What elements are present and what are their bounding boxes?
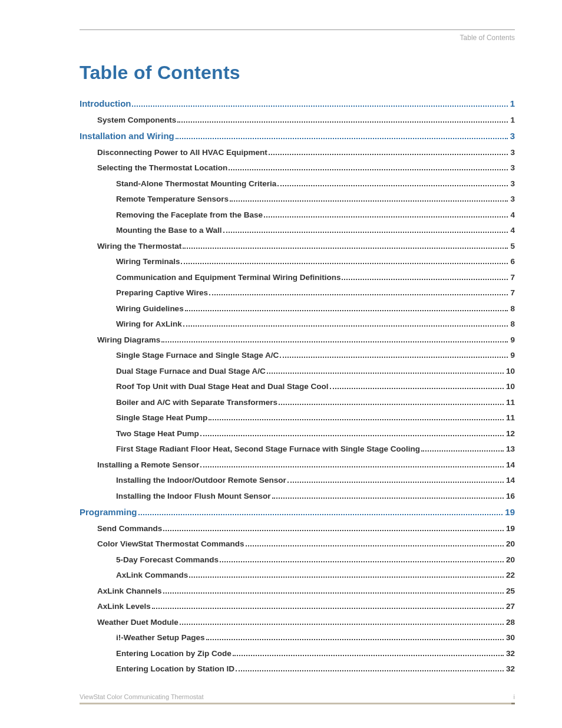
toc-entry[interactable]: Communication and Equipment Terminal Wir… [116, 274, 515, 282]
toc-leader [287, 482, 504, 483]
toc-entry-label: Communication and Equipment Terminal Wir… [116, 274, 340, 282]
toc-entry-label: Send Commands [97, 525, 162, 533]
toc-entry-label: Dual Stage Furnace and Dual Stage A/C [116, 367, 266, 375]
toc-entry-label: Installing the Indoor/Outdoor Remote Sen… [116, 476, 286, 485]
toc-entry-label: Installation and Wiring [80, 131, 174, 140]
toc-entry-page: 3 [510, 180, 515, 188]
toc-entry-label: Boiler and A/C with Separate Transformer… [116, 398, 277, 407]
toc-entry[interactable]: Wiring the Thermostat 5 [97, 242, 515, 251]
toc-entry[interactable]: Programming 19 [80, 508, 515, 517]
toc-leader [330, 388, 504, 389]
toc-entry-page: 12 [506, 430, 515, 438]
toc-leader [280, 357, 508, 358]
toc-entry-page: 8 [510, 305, 515, 313]
toc-entry-page: 25 [506, 587, 515, 595]
toc-entry-label: Single Stage Heat Pump [116, 414, 207, 422]
toc-entry-page: 4 [510, 211, 515, 219]
toc-entry[interactable]: System Components 1 [97, 116, 515, 124]
page-footer: ViewStat Color Communicating Thermostat … [80, 693, 515, 704]
toc-leader [161, 341, 508, 342]
toc-entry[interactable]: Introduction 1 [80, 99, 515, 108]
toc-entry-page: 11 [506, 414, 515, 422]
toc-entry[interactable]: 5-Day Forecast Commands 20 [116, 556, 515, 564]
toc-leader [183, 325, 508, 327]
toc-leader [421, 450, 504, 452]
toc-entry[interactable]: Wiring Diagrams 9 [97, 336, 515, 344]
toc-entry-label: AxLink Levels [97, 602, 151, 611]
toc-leader [229, 169, 508, 170]
toc-entry[interactable]: Preparing Captive Wires 7 [116, 289, 515, 297]
toc-entry[interactable]: Stand-Alone Thermostat Mounting Criteria… [116, 180, 515, 188]
toc-entry[interactable]: Installation and Wiring 3 [80, 131, 515, 141]
toc-entry-page: 7 [510, 274, 515, 282]
toc-entry[interactable]: Remote Temperature Sensors 3 [116, 195, 515, 203]
toc-entry[interactable]: Disconnecting Power to All HVAC Equipmen… [97, 149, 515, 157]
toc-entry[interactable]: Installing the Indoor/Outdoor Remote Sen… [116, 476, 515, 485]
toc-leader [223, 232, 508, 233]
toc-entry[interactable]: Mounting the Base to a Wall 4 [116, 226, 515, 235]
toc-entry[interactable]: Entering Location by Zip Code 32 [116, 650, 515, 658]
toc-entry-label: Two Stage Heat Pump [116, 430, 199, 438]
toc-entry-label: Introduction [80, 99, 131, 108]
toc-entry[interactable]: Color ViewStat Thermostat Commands 20 [97, 540, 515, 548]
toc-entry[interactable]: Two Stage Heat Pump 12 [116, 430, 515, 438]
footer-doc-name: ViewStat Color Communicating Thermostat [80, 693, 204, 700]
toc-leader [272, 498, 504, 499]
toc-leader [277, 185, 508, 186]
toc-entry-page: 8 [510, 320, 515, 328]
toc-entry[interactable]: Weather Duet Module 28 [97, 618, 515, 627]
toc-entry[interactable]: Send Commands 19 [97, 525, 515, 533]
toc-entry[interactable]: Installing a Remote Sensor 14 [97, 461, 515, 469]
toc-leader [138, 514, 503, 515]
toc-entry[interactable]: AxLink Levels 27 [97, 602, 515, 611]
header-rule [80, 29, 515, 30]
toc-entry[interactable]: Boiler and A/C with Separate Transformer… [116, 398, 515, 407]
toc-leader [176, 138, 508, 139]
toc-leader [209, 419, 504, 420]
toc-entry-page: 22 [506, 571, 515, 579]
toc-entry-page: 5 [510, 242, 515, 251]
toc-entry[interactable]: AxLink Commands 22 [116, 571, 515, 579]
toc-entry[interactable]: Wiring Terminals 6 [116, 258, 515, 266]
toc-entry[interactable]: Removing the Faceplate from the Base 4 [116, 211, 515, 219]
toc-entry-label: First Stage Radiant Floor Heat, Second S… [116, 445, 420, 453]
toc-entry-label: Wiring the Thermostat [97, 242, 181, 251]
toc-entry-label: AxLink Channels [97, 587, 162, 595]
toc-entry-page: 13 [506, 445, 515, 453]
toc-entry-label: Stand-Alone Thermostat Mounting Criteria [116, 180, 276, 188]
toc-entry-label: Wiring for AxLink [116, 320, 182, 328]
toc-entry-page: 30 [506, 634, 515, 642]
toc-entry[interactable]: Wiring for AxLink 8 [116, 320, 515, 328]
toc-entry[interactable]: AxLink Channels 25 [97, 587, 515, 595]
toc-leader [230, 200, 508, 202]
toc-entry[interactable]: First Stage Radiant Floor Heat, Second S… [116, 445, 515, 453]
toc-entry-label: Installing a Remote Sensor [97, 461, 199, 469]
toc-entry-page: 10 [506, 367, 515, 375]
toc-entry-label: Single Stage Furnace and Single Stage A/… [116, 351, 279, 360]
toc-leader [200, 435, 504, 436]
toc-leader [189, 577, 504, 578]
toc-entry[interactable]: Single Stage Furnace and Single Stage A/… [116, 351, 515, 360]
toc-entry[interactable]: i!-Weather Setup Pages 30 [116, 634, 515, 642]
toc-leader [269, 154, 508, 155]
toc-entry[interactable]: Roof Top Unit with Dual Stage Heat and D… [116, 383, 515, 391]
toc-entry[interactable]: Selecting the Thermostat Location 3 [97, 164, 515, 172]
toc-entry-label: Installing the Indoor Flush Mount Sensor [116, 492, 271, 500]
toc-leader [152, 608, 504, 609]
toc-entry-page: 19 [506, 525, 515, 533]
toc-entry-page: 10 [506, 383, 515, 391]
toc-entry-page: 16 [506, 492, 515, 500]
toc-entry[interactable]: Installing the Indoor Flush Mount Sensor… [116, 492, 515, 500]
toc-entry-page: 9 [510, 336, 515, 344]
toc-entry-page: 27 [506, 602, 515, 611]
toc-leader [264, 216, 508, 218]
toc-entry-label: Color ViewStat Thermostat Commands [97, 540, 244, 548]
toc-entry-page: 19 [505, 508, 515, 516]
toc-entry[interactable]: Dual Stage Furnace and Dual Stage A/C 10 [116, 367, 515, 375]
toc-leader [233, 655, 504, 656]
toc-entry[interactable]: Single Stage Heat Pump 11 [116, 414, 515, 422]
toc-entry[interactable]: Wiring Guidelines 8 [116, 305, 515, 313]
toc-entry[interactable]: Entering Location by Station ID 32 [116, 665, 515, 673]
toc-leader [185, 310, 508, 311]
toc-leader [200, 466, 504, 467]
